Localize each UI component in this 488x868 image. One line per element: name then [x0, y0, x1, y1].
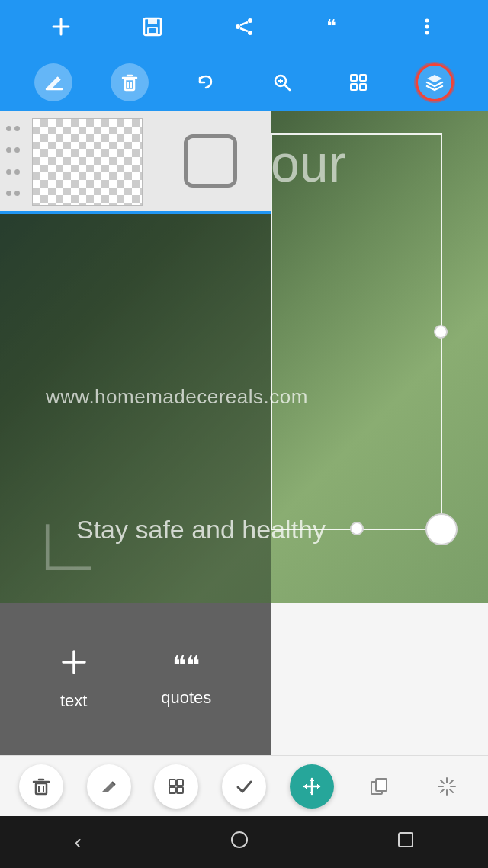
more-button[interactable]: [410, 10, 444, 43]
svg-line-49: [441, 780, 444, 783]
quote-button[interactable]: ❝: [319, 10, 352, 43]
grid-button[interactable]: [339, 63, 377, 101]
zoom-button[interactable]: [263, 63, 301, 101]
delete-button[interactable]: [111, 63, 149, 101]
svg-rect-44: [376, 779, 387, 791]
add-quotes-icon: ❝❝: [172, 650, 200, 680]
svg-rect-32: [36, 783, 47, 794]
add-quotes-button[interactable]: ❝❝ quotes: [161, 650, 211, 708]
svg-rect-40: [177, 787, 183, 793]
svg-line-10: [240, 28, 248, 31]
second-toolbar: [0, 53, 488, 111]
system-nav: ‹: [0, 816, 488, 868]
nav-back-button[interactable]: ‹: [74, 830, 81, 854]
magic-tool-button[interactable]: [425, 764, 469, 809]
layer-shape-area[interactable]: [149, 111, 271, 211]
svg-line-51: [450, 780, 453, 783]
check-tool-button[interactable]: [222, 764, 266, 809]
svg-rect-39: [169, 787, 175, 793]
selection-box[interactable]: [271, 133, 442, 530]
svg-rect-25: [351, 75, 357, 81]
svg-point-53: [232, 832, 247, 847]
add-text-button[interactable]: text: [59, 648, 88, 711]
svg-rect-27: [351, 84, 357, 90]
bottom-tools: [0, 755, 488, 816]
svg-rect-26: [360, 75, 366, 81]
layer-dots: [0, 111, 26, 211]
svg-text:❝: ❝: [326, 17, 336, 37]
svg-rect-28: [360, 84, 366, 90]
svg-line-50: [450, 789, 453, 792]
layer-thumbnail[interactable]: [32, 118, 143, 206]
svg-rect-3: [148, 18, 157, 24]
svg-point-13: [425, 25, 429, 29]
bottom-panel-right: [271, 603, 488, 755]
svg-rect-16: [125, 79, 134, 90]
svg-point-7: [248, 31, 252, 35]
copy-tool-button[interactable]: [357, 764, 401, 809]
edit-button[interactable]: [34, 63, 72, 101]
add-text-icon: [59, 648, 88, 683]
add-text-label: text: [60, 691, 87, 711]
save-button[interactable]: [136, 10, 169, 43]
svg-rect-54: [399, 833, 413, 847]
svg-rect-38: [177, 780, 183, 786]
transform-tool-button[interactable]: [154, 764, 198, 809]
nav-recent-button[interactable]: [397, 831, 414, 853]
svg-point-8: [236, 24, 240, 29]
handle-mid-right[interactable]: [434, 325, 448, 339]
handle-bottom-right[interactable]: [425, 513, 458, 545]
canvas-text-url: www.homemadecereals.com: [46, 385, 308, 409]
svg-point-14: [425, 31, 429, 35]
undo-button[interactable]: [187, 63, 225, 101]
share-button[interactable]: [227, 10, 261, 43]
svg-rect-5: [149, 28, 156, 33]
layer-panel: [0, 111, 271, 214]
edit-tool-button[interactable]: [87, 764, 131, 809]
svg-marker-29: [427, 75, 442, 82]
svg-rect-37: [169, 780, 175, 786]
bottom-add-panel: text ❝❝ quotes: [0, 603, 271, 755]
svg-line-22: [284, 85, 290, 90]
svg-point-6: [248, 18, 252, 23]
svg-line-9: [240, 22, 248, 25]
move-tool-button[interactable]: [290, 764, 334, 809]
add-quotes-label: quotes: [161, 688, 211, 708]
top-toolbar: ❝: [0, 0, 488, 53]
nav-home-button[interactable]: [230, 831, 249, 854]
svg-line-52: [441, 789, 444, 792]
shape-icon: [184, 134, 237, 188]
svg-point-12: [425, 19, 429, 23]
canvas-text-phone: ∟: [30, 500, 105, 587]
add-button[interactable]: [44, 10, 78, 43]
delete-tool-button[interactable]: [19, 764, 63, 809]
layers-button[interactable]: [416, 63, 454, 101]
handle-bottom-mid[interactable]: [350, 522, 364, 535]
